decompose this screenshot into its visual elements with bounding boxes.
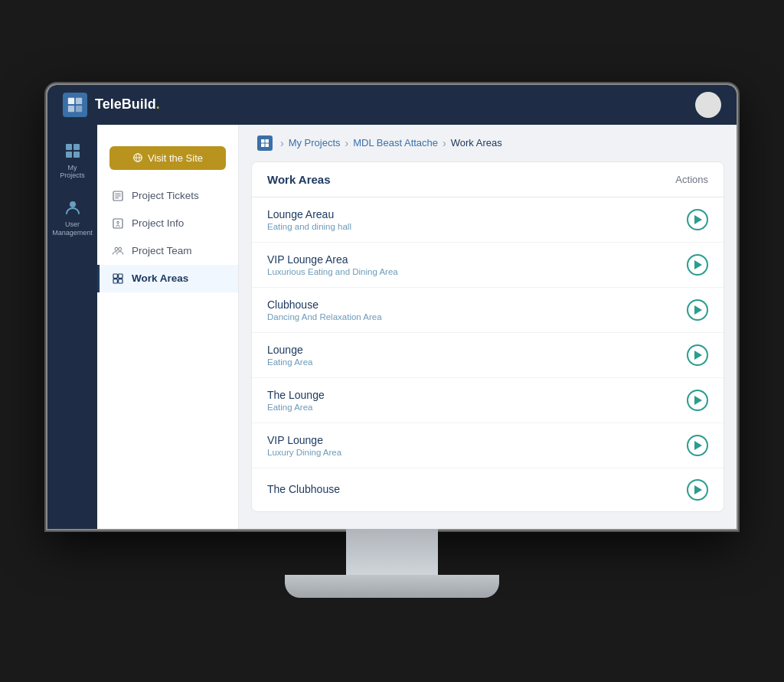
project-info-icon [112, 217, 124, 230]
app-title: TeleBuild. [95, 96, 160, 113]
work-area-info: Clubhouse Dancing And Relaxation Area [267, 299, 382, 321]
svg-rect-4 [66, 144, 72, 150]
sidebar-item-my-projects[interactable]: My Projects [51, 134, 94, 187]
avatar[interactable] [695, 92, 721, 118]
play-icon [694, 351, 702, 360]
breadcrumb-icon [257, 135, 273, 151]
work-area-name: The Clubhouse [267, 483, 340, 495]
visit-site-button[interactable]: Visit the Site [109, 146, 226, 170]
work-area-info: Lounge Areau Eating and dining hall [267, 208, 351, 231]
external-link-icon [132, 152, 143, 163]
svg-rect-5 [74, 144, 80, 150]
breadcrumb-sep-1: › [280, 137, 284, 149]
breadcrumb: › My Projects › MDL Beast Attache › Work… [239, 125, 737, 162]
nav-item-project-info[interactable]: Project Info [97, 210, 238, 237]
work-area-name: VIP Lounge [267, 434, 341, 446]
svg-rect-1 [76, 97, 82, 103]
svg-rect-6 [66, 152, 72, 158]
nav-item-project-team[interactable]: Project Team [97, 237, 238, 265]
play-button[interactable] [687, 390, 708, 411]
logo-icon [63, 93, 87, 117]
work-area-info: VIP Lounge Area Luxurious Eating and Din… [267, 253, 398, 276]
topbar: TeleBuild. [47, 85, 737, 125]
my-projects-label: My Projects [56, 164, 90, 181]
work-area-name: Clubhouse [267, 299, 382, 311]
play-button[interactable] [687, 254, 708, 276]
work-area-desc: Eating Area [267, 403, 325, 412]
play-button[interactable] [687, 344, 708, 366]
svg-rect-19 [261, 139, 265, 143]
work-area-name: Lounge [267, 344, 312, 356]
svg-rect-17 [113, 279, 117, 282]
work-area-info: The Clubhouse [267, 483, 340, 497]
svg-rect-20 [266, 139, 270, 143]
content-area: › My Projects › MDL Beast Attache › Work… [239, 125, 737, 529]
nav-item-work-areas[interactable]: Work Areas [97, 265, 238, 292]
play-button[interactable] [687, 479, 708, 501]
breadcrumb-sep-2: › [345, 137, 349, 149]
work-area-desc: Dancing And Relaxation Area [267, 312, 382, 321]
logo: TeleBuild. [63, 93, 160, 117]
work-area-name: The Lounge [267, 389, 325, 401]
table-row[interactable]: VIP Lounge Area Luxurious Eating and Din… [252, 243, 724, 288]
work-area-name: VIP Lounge Area [267, 253, 398, 266]
svg-rect-15 [113, 274, 117, 278]
breadcrumb-my-projects[interactable]: My Projects [289, 137, 341, 148]
table-row[interactable]: Clubhouse Dancing And Relaxation Area [252, 288, 724, 333]
table-row[interactable]: Lounge Eating Area [252, 333, 724, 378]
svg-point-12 [117, 221, 119, 224]
work-area-info: The Lounge Eating Area [267, 389, 325, 412]
play-icon [694, 396, 702, 405]
sidebar-item-user-management[interactable]: User Management [51, 191, 94, 243]
svg-rect-0 [68, 97, 74, 103]
table-row[interactable]: Lounge Areau Eating and dining hall [252, 197, 724, 243]
svg-rect-3 [76, 105, 82, 111]
play-button[interactable] [687, 209, 708, 230]
table-row[interactable]: The Clubhouse [252, 468, 724, 511]
panel-header: Work Areas Actions [252, 162, 724, 197]
play-icon [694, 441, 702, 450]
svg-rect-21 [261, 143, 265, 147]
play-icon [694, 485, 702, 494]
work-area-desc: Eating Area [267, 357, 312, 367]
sidebar-nav: Visit the Site Project Tickets [97, 125, 239, 529]
play-button[interactable] [687, 299, 708, 321]
work-area-desc: Eating and dining hall [267, 222, 351, 231]
svg-rect-18 [119, 279, 122, 282]
table-row[interactable]: The Lounge Eating Area [252, 378, 724, 423]
work-areas-icon [112, 272, 124, 285]
work-area-desc: Luxury Dining Area [267, 448, 341, 457]
work-area-info: Lounge Eating Area [267, 344, 312, 367]
svg-rect-7 [74, 152, 80, 158]
work-area-info: VIP Lounge Luxury Dining Area [267, 434, 341, 457]
table-row[interactable]: VIP Lounge Luxury Dining Area [252, 423, 724, 468]
breadcrumb-project[interactable]: MDL Beast Attache [353, 137, 438, 148]
svg-point-8 [70, 201, 76, 207]
project-team-icon [112, 245, 124, 257]
my-projects-icon [62, 140, 83, 162]
breadcrumb-current: Work Areas [451, 137, 502, 148]
svg-rect-16 [119, 274, 122, 278]
svg-point-13 [115, 247, 118, 250]
project-tickets-icon [112, 190, 124, 202]
actions-label: Actions [675, 174, 708, 185]
play-icon [694, 215, 702, 224]
user-management-label: User Management [52, 220, 93, 237]
breadcrumb-sep-3: › [443, 137, 446, 149]
play-button[interactable] [687, 435, 708, 456]
user-management-icon [62, 197, 83, 218]
svg-point-14 [119, 247, 122, 250]
svg-rect-22 [266, 143, 270, 147]
play-icon [694, 305, 702, 315]
svg-rect-2 [68, 105, 74, 111]
play-icon [694, 260, 702, 269]
panel-title: Work Areas [267, 173, 331, 186]
work-areas-panel: Work Areas Actions Lounge Areau Eating a… [251, 162, 724, 512]
sidebar-icons: My Projects User Management [47, 125, 97, 529]
work-area-name: Lounge Areau [267, 208, 351, 220]
work-area-desc: Luxurious Eating and Dining Area [267, 267, 398, 276]
nav-item-project-tickets[interactable]: Project Tickets [97, 182, 238, 210]
